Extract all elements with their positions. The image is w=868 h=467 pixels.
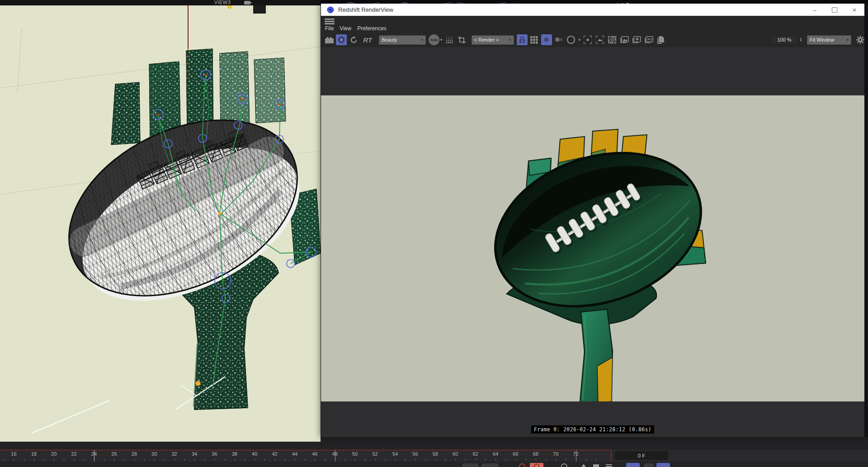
- menu-preferences[interactable]: Preferences: [357, 24, 387, 33]
- window-titlebar[interactable]: Redshift RenderView – ×: [321, 4, 864, 16]
- timeline-tick: [235, 459, 235, 460]
- timeline-tick: [435, 459, 436, 460]
- timeline-frame-label[interactable]: 36: [212, 451, 217, 457]
- send-to-pv-icon[interactable]: PV: [643, 34, 654, 45]
- timeline-frame-label[interactable]: 56: [412, 451, 418, 457]
- timeline-tick: [566, 459, 566, 460]
- redshift-renderview-window: Redshift RenderView – × File View Prefer…: [321, 4, 864, 437]
- timeline-tick: [124, 459, 125, 460]
- region-caret-icon[interactable]: ▾: [579, 38, 581, 42]
- timeline-ruler[interactable]: 1618202224262830323436384042444648505254…: [0, 450, 868, 462]
- timeline-tick: [225, 459, 225, 460]
- restart-render-icon[interactable]: [348, 34, 359, 45]
- menu-view[interactable]: View: [340, 24, 351, 33]
- timeline-frame-label[interactable]: 64: [493, 451, 498, 457]
- timeline-frame-label[interactable]: 46: [312, 451, 317, 457]
- timeline-frame-label[interactable]: 54: [392, 451, 398, 457]
- timeline-tick: [175, 459, 175, 460]
- timeline-second-marker: [576, 450, 576, 462]
- dither-dots-icon[interactable]: [444, 34, 455, 45]
- viewport-name-label[interactable]: VIEW3: [204, 0, 241, 5]
- focus-picker-icon[interactable]: [582, 34, 593, 45]
- channel-rgb-button[interactable]: RGB: [429, 34, 439, 45]
- timeline-tick: [34, 459, 34, 460]
- timeline-frame-label[interactable]: 18: [31, 451, 37, 457]
- timeline-frame-label[interactable]: 38: [232, 451, 237, 457]
- timeline-tick: [74, 459, 75, 460]
- timeline-frame-label[interactable]: 66: [513, 451, 518, 457]
- timeline-tick: [104, 459, 104, 460]
- settings-gear-icon[interactable]: [855, 34, 866, 45]
- timeline-frame-label[interactable]: 26: [111, 451, 117, 457]
- timeline-tick: [204, 459, 205, 460]
- timeline-tick: [134, 459, 135, 460]
- fit-mode-dropdown[interactable]: Fit Window▾: [807, 35, 851, 45]
- zoom-spinner[interactable]: ▲▼: [798, 36, 803, 44]
- timeline-tick: [164, 459, 165, 460]
- timeline-tick: [144, 459, 145, 460]
- render-slot-dropdown[interactable]: < Render >▾: [472, 35, 514, 45]
- timeline-frame-label[interactable]: 52: [372, 451, 377, 457]
- timeline-frame-label[interactable]: 32: [171, 451, 177, 457]
- aov-dropdown[interactable]: Beauty▾: [379, 35, 426, 45]
- compare-stripes-icon[interactable]: [607, 34, 618, 45]
- freeze-global-snowflake-icon[interactable]: ❄G: [553, 34, 564, 45]
- menu-file[interactable]: File: [325, 24, 334, 33]
- timeline-frame-label[interactable]: 40: [252, 451, 257, 457]
- timeline-frame-label[interactable]: 22: [71, 451, 76, 457]
- timeline-tick: [194, 459, 195, 460]
- timeline-frame-label[interactable]: 58: [433, 451, 438, 457]
- snapshot-region-icon[interactable]: [594, 34, 605, 45]
- maximize-button[interactable]: [825, 4, 844, 16]
- zoom-percent-field[interactable]: 100 %: [770, 35, 798, 45]
- timeline-tick: [486, 459, 486, 460]
- lock-icon[interactable]: [517, 34, 528, 45]
- camera-icon[interactable]: [244, 1, 250, 5]
- crop-region-icon[interactable]: [457, 34, 467, 45]
- snapshot-film-icon[interactable]: [324, 34, 335, 45]
- render-canvas-area[interactable]: Frame 0: 2026-02-24 21:28:12 (0.86s): [321, 47, 864, 437]
- copy-to-clipboard-icon[interactable]: [656, 34, 666, 45]
- grid-view-icon[interactable]: [529, 34, 540, 45]
- minimize-button[interactable]: –: [805, 4, 825, 16]
- timeline-frame-label[interactable]: 20: [51, 451, 57, 457]
- backdrop-right-edge: [864, 0, 868, 442]
- viewport-scene: [0, 0, 321, 442]
- start-ipr-button[interactable]: [336, 34, 347, 45]
- timeline-tick: [84, 459, 85, 460]
- c4d-redshift-workspace: VIEW3 x Redshift RenderView –: [0, 0, 868, 467]
- timeline-frame-label[interactable]: 50: [352, 451, 358, 457]
- timeline-tick: [355, 459, 355, 460]
- timeline-frame-label[interactable]: 28: [132, 451, 137, 457]
- timeline-frame-label[interactable]: 44: [292, 451, 297, 457]
- timeline-frame-label[interactable]: 16: [11, 451, 16, 457]
- timeline-tick: [375, 459, 376, 460]
- timeline-tick: [114, 459, 114, 460]
- close-button[interactable]: ×: [844, 4, 864, 16]
- snapshot-add-icon[interactable]: [631, 34, 642, 45]
- timeline-tick: [4, 459, 4, 460]
- timeline-tick: [365, 459, 365, 460]
- timeline-frame-label[interactable]: 68: [533, 451, 538, 457]
- rt-toggle[interactable]: RT: [360, 34, 375, 45]
- current-frame-field[interactable]: 0 F: [615, 451, 668, 460]
- freeze-snowflake-icon[interactable]: ❄: [541, 34, 552, 45]
- hamburger-menu-icon[interactable]: [325, 19, 335, 25]
- viewport-3d-left[interactable]: [0, 0, 321, 442]
- region-circle-icon[interactable]: [566, 34, 576, 45]
- menu-bar: File View Preferences: [321, 24, 868, 33]
- timeline-frame-label[interactable]: 60: [453, 451, 458, 457]
- timeline-tick: [245, 459, 245, 460]
- timeline-tick: [405, 459, 406, 460]
- timeline-tick: [264, 459, 265, 460]
- timeline-frame-label[interactable]: 62: [472, 451, 478, 457]
- timeline-frame-label[interactable]: 70: [553, 451, 558, 457]
- timeline-frame-label[interactable]: 30: [151, 451, 157, 457]
- timeline-frame-label[interactable]: 42: [272, 451, 277, 457]
- timeline-tick: [54, 459, 54, 460]
- timeline-tick: [214, 459, 215, 460]
- animation-toolbar-strip: [0, 462, 868, 467]
- snapshot-image-icon[interactable]: [619, 34, 630, 45]
- channel-caret-icon[interactable]: ▾: [440, 38, 443, 42]
- timeline-frame-label[interactable]: 34: [192, 451, 197, 457]
